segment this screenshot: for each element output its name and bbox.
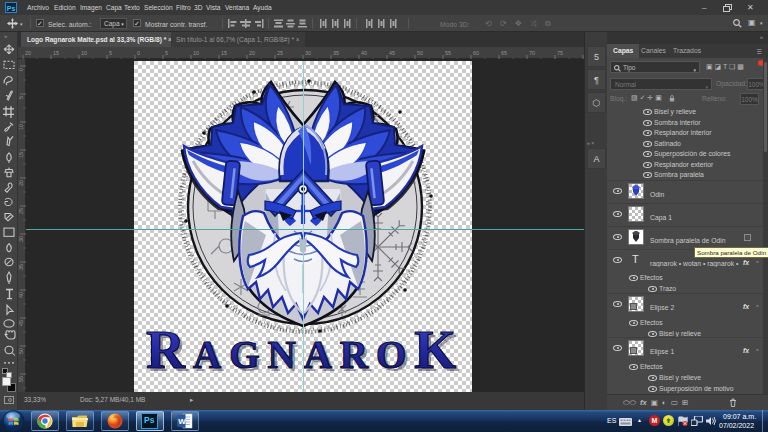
svg-text:45: 45 <box>389 50 395 56</box>
svg-text:10: 10 <box>193 50 199 56</box>
svg-text:20: 20 <box>25 50 31 56</box>
svg-text:15: 15 <box>53 50 59 56</box>
svg-text:40: 40 <box>361 50 367 56</box>
svg-text:5: 5 <box>165 50 168 56</box>
svg-text:45: 45 <box>18 320 24 326</box>
svg-text:30: 30 <box>18 236 24 242</box>
svg-text:10: 10 <box>81 50 87 56</box>
svg-text:55: 55 <box>445 50 451 56</box>
svg-text:60: 60 <box>473 50 479 56</box>
svg-text:40: 40 <box>18 292 24 298</box>
svg-text:10: 10 <box>18 124 24 130</box>
svg-text:50: 50 <box>417 50 423 56</box>
svg-text:35: 35 <box>333 50 339 56</box>
svg-text:20: 20 <box>249 50 255 56</box>
svg-text:25: 25 <box>18 208 24 214</box>
svg-text:20: 20 <box>18 180 24 186</box>
svg-text:0: 0 <box>137 50 140 56</box>
svg-text:15: 15 <box>221 50 227 56</box>
svg-text:W: W <box>178 417 186 426</box>
svg-text:5: 5 <box>18 96 24 99</box>
svg-text:75: 75 <box>557 50 563 56</box>
svg-text:55: 55 <box>18 376 24 382</box>
svg-text:65: 65 <box>501 50 507 56</box>
svg-text:0: 0 <box>18 68 24 71</box>
svg-text:50: 50 <box>18 348 24 354</box>
svg-text:25: 25 <box>277 50 283 56</box>
svg-text:15: 15 <box>18 152 24 158</box>
svg-text:5: 5 <box>109 50 112 56</box>
svg-text:70: 70 <box>529 50 535 56</box>
svg-text:35: 35 <box>18 264 24 270</box>
svg-text:30: 30 <box>305 50 311 56</box>
